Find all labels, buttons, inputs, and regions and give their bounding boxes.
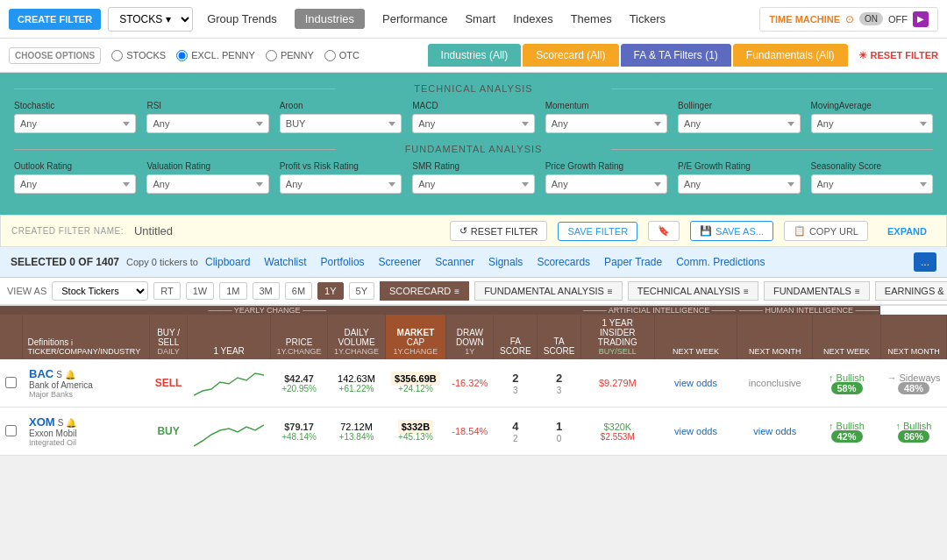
bollinger-select[interactable]: Any (678, 114, 800, 133)
save-as-btn[interactable]: 💾 SAVE AS... (690, 221, 773, 241)
stocks-select[interactable]: STOCKS ▾ (108, 7, 193, 32)
tab-industries[interactable]: Industries (All) (428, 44, 522, 67)
momentum-select[interactable]: Any (545, 114, 667, 133)
tab-earnings[interactable]: EARNINGS & DIVD-S (875, 281, 947, 301)
radio-stocks[interactable]: STOCKS (111, 50, 166, 61)
industry-name: Integrated Oil (29, 438, 144, 447)
price-cell: $79.17 +48.14% (270, 408, 327, 456)
profit-risk-select[interactable]: Any (280, 174, 402, 194)
nav-indexes[interactable]: Indexes (513, 9, 553, 29)
copy-scanner[interactable]: Scanner (435, 256, 474, 268)
ai-week-cell[interactable]: view odds (654, 359, 737, 408)
outlook-label: Outlook Rating (14, 161, 136, 171)
macd-label: MACD (412, 101, 534, 110)
selected-bar: SELECTED 0 OF 1407 Copy 0 tickers to Cli… (0, 247, 947, 278)
ai-month-value[interactable]: view odds (753, 426, 796, 436)
radio-otc[interactable]: OTC (324, 50, 360, 61)
tab-scorecard[interactable]: SCORECARD ≡ (380, 281, 469, 301)
copy-paper-trade[interactable]: Paper Trade (604, 256, 662, 268)
period-6m[interactable]: 6M (285, 282, 312, 300)
macd-select[interactable]: Any (412, 114, 534, 133)
bookmark-icon-btn[interactable]: 🔖 (648, 221, 680, 241)
row-select-checkbox[interactable] (5, 425, 17, 436)
expand-btn[interactable]: EXPAND (879, 223, 936, 240)
radio-penny[interactable]: PENNY (266, 50, 314, 61)
insider-cell: $320K $2.553M (581, 408, 655, 456)
fa-score-sub: 3 (513, 386, 518, 395)
radio-excl-penny[interactable]: EXCL. PENNY (176, 50, 255, 61)
period-3m[interactable]: 3M (253, 282, 280, 300)
definitions-icon[interactable]: i (71, 338, 73, 347)
created-filter-label: CREATED FILTER NAME: (11, 226, 124, 236)
row-checkbox[interactable] (0, 408, 22, 456)
tab-technical-analysis[interactable]: TECHNICAL ANALYSIS ≡ (628, 281, 758, 301)
period-1w[interactable]: 1W (186, 282, 215, 300)
tab-fundamentals[interactable]: Fundamentals (All) (733, 44, 848, 67)
tab-fundamental-analysis[interactable]: FUNDAMENTAL ANALYSIS ≡ (474, 281, 623, 301)
filter-bollinger: Bollinger Any (678, 101, 800, 133)
time-machine-label: TIME MACHINE (769, 14, 840, 25)
nav-industries[interactable]: Industries (295, 9, 365, 29)
rsi-select[interactable]: Any (146, 114, 268, 133)
smr-select[interactable]: Any (412, 174, 534, 194)
ai-week-cell[interactable]: view odds (654, 408, 737, 456)
aroon-select[interactable]: BUY (280, 114, 402, 133)
nav-performance[interactable]: Performance (382, 9, 447, 29)
stochastic-select[interactable]: Any (14, 114, 136, 133)
copy-clipboard[interactable]: Clipboard (205, 256, 250, 268)
ticker-symbol[interactable]: XOM (29, 415, 55, 429)
reset-filter-button[interactable]: ☀ RESET FILTER (858, 50, 938, 61)
market-cap-cell: $332B +45.13% (385, 408, 445, 456)
signal-cell: SELL (149, 359, 188, 408)
tab-fa-ta[interactable]: FA & TA Filters (1) (621, 44, 731, 67)
period-1y[interactable]: 1Y (317, 282, 343, 300)
ticker-symbol[interactable]: BAC (29, 367, 53, 380)
time-machine-button[interactable]: ▶ (913, 11, 929, 27)
nav-tickers[interactable]: Tickers (630, 9, 666, 29)
reset-filter-btn[interactable]: ↺ RESET FILTER (450, 221, 548, 241)
tab-fundamentals[interactable]: FUNDAMENTALS ≡ (764, 281, 870, 301)
save-filter-btn[interactable]: SAVE FILTER (558, 222, 637, 241)
volume-value: 142.63M (333, 373, 380, 384)
seasonality-select[interactable]: Any (811, 174, 933, 194)
th-ta-score: TA SCORE (538, 315, 581, 359)
insider-value-sub: $2.553M (587, 432, 650, 442)
fa-score-cell: 4 2 (494, 408, 538, 456)
fundamental-icon: ≡ (608, 287, 613, 296)
copy-screener[interactable]: Screener (379, 256, 422, 268)
ticker-cell: XOM S 🔔 Exxon Mobil Integrated Oil (22, 408, 149, 456)
copy-scorecards[interactable]: Scorecards (537, 256, 590, 268)
create-filter-button[interactable]: CREATE FILTER (9, 9, 101, 30)
more-button[interactable]: ... (914, 252, 936, 272)
copy-icon: 📋 (794, 225, 806, 237)
nav-themes[interactable]: Themes (571, 9, 612, 29)
technical-analysis-filters: Stochastic Any RSI Any Aroon BUY MACD An… (14, 101, 933, 133)
price-value: $79.17 (275, 422, 322, 432)
valuation-select[interactable]: Any (146, 174, 268, 194)
outlook-select[interactable]: Any (14, 174, 136, 194)
moving-average-select[interactable]: Any (811, 114, 933, 133)
copy-watchlist[interactable]: Watchlist (264, 256, 306, 268)
period-5y[interactable]: 5Y (349, 282, 374, 300)
copy-portfolios[interactable]: Portfolios (321, 256, 365, 268)
copy-url-btn[interactable]: 📋 COPY URL (784, 221, 868, 241)
nav-group-trends[interactable]: Group Trends (207, 9, 277, 29)
time-machine-toggle[interactable]: ON (859, 12, 883, 25)
tab-scorecard[interactable]: Scorecard (All) (523, 44, 618, 67)
period-1m[interactable]: 1M (219, 282, 246, 300)
row-checkbox[interactable] (0, 359, 22, 408)
ai-week-value[interactable]: view odds (674, 426, 717, 436)
data-table: ——— YEARLY CHANGE ——— ——— ARTIFICIAL INT… (0, 306, 947, 456)
view-as-select[interactable]: Stock Tickers (52, 281, 148, 301)
ai-week-value[interactable]: view odds (674, 378, 717, 388)
price-growth-select[interactable]: Any (545, 174, 667, 194)
copy-signals[interactable]: Signals (488, 256, 523, 268)
nav-smart[interactable]: Smart (465, 9, 495, 29)
period-rt[interactable]: RT (153, 282, 180, 300)
copy-links: Clipboard Watchlist Portfolios Screener … (205, 256, 765, 268)
copy-comm-predictions[interactable]: Comm. Predictions (676, 256, 765, 268)
smr-label: SMR Rating (412, 161, 534, 171)
ai-month-cell[interactable]: view odds (737, 408, 813, 456)
pe-growth-select[interactable]: Any (678, 174, 800, 194)
row-select-checkbox[interactable] (5, 377, 17, 388)
